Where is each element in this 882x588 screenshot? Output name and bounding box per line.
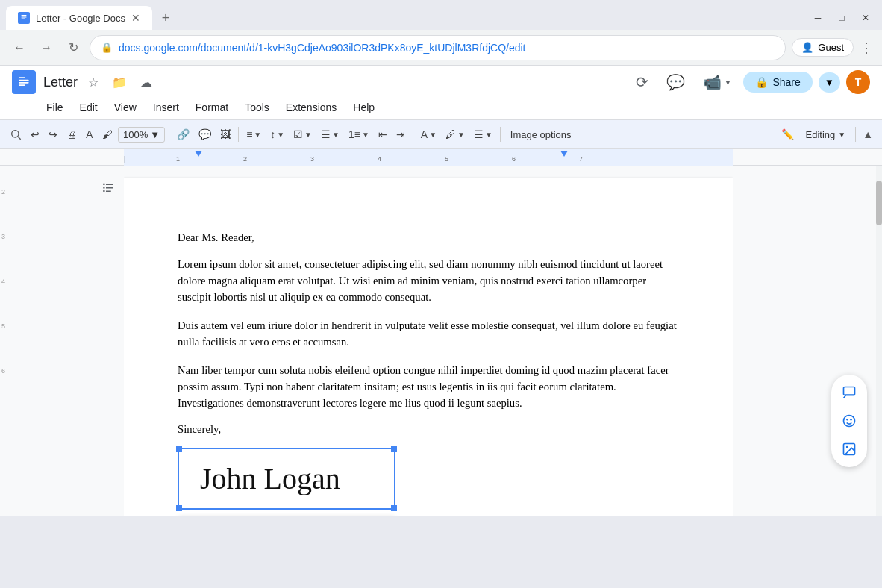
formatting-toolbar: ↩ ↪ 🖨 A̲ 🖌 100% ▼ 🔗 💬 🖼 ≡ ▼ ↕ ▼ ☑ ▼ ☰ ▼ … [0,119,882,149]
floating-actions-panel [831,375,867,467]
svg-rect-26 [103,190,104,192]
cloud-button[interactable]: ☁ [137,74,155,91]
undo-button[interactable]: ↩ [27,126,43,143]
zoom-value: 100% [123,129,148,140]
svg-text:7: 7 [579,155,583,163]
ruler-main: | 1 2 3 4 5 6 7 [124,149,733,165]
floating-comment-icon [842,385,857,400]
page-style-button[interactable]: ☰ ▼ [470,126,496,143]
paragraph-2[interactable]: Duis autem vel eum iriure dolor in hendr… [178,317,679,350]
new-tab-button[interactable]: + [155,7,176,28]
decrease-indent-button[interactable]: ⇤ [375,126,391,143]
zoom-control[interactable]: 100% ▼ [118,127,165,143]
avatar[interactable]: T [846,70,870,94]
back-button[interactable]: ← [9,37,30,58]
svg-point-55 [846,446,848,448]
checklist-button[interactable]: ☑ ▼ [290,126,316,143]
comment-button[interactable]: 💬 [660,70,691,94]
highlight-button[interactable]: 🖊 ▼ [442,126,469,143]
sidebar-outline [7,166,124,516]
active-tab[interactable]: Letter - Google Docs ✕ [6,6,152,30]
align-button[interactable]: ≡ ▼ [243,126,265,143]
signature-container[interactable]: John Logan Edit [178,448,395,516]
menu-view[interactable]: View [107,98,144,116]
tab-bar: Letter - Google Docs ✕ + ─ □ ✕ [0,0,882,30]
menu-file[interactable]: File [39,98,71,116]
image-button[interactable]: 🖼 [216,126,234,143]
list-button[interactable]: ☰ ▼ [317,126,343,143]
numbered-list-button[interactable]: 1≡ ▼ [345,126,373,143]
minimize-button[interactable]: ─ [807,7,828,28]
svg-rect-8 [19,84,25,86]
profile-button[interactable]: 👤 Guest [792,38,854,57]
redo-button[interactable]: ↪ [45,126,61,143]
document-title[interactable]: Letter [43,75,78,90]
share-caret-button[interactable]: ▼ [819,72,840,93]
line-spacing-button[interactable]: ↕ ▼ [266,126,288,143]
paragraph-1[interactable]: Lorem ipsum dolor sit amet, consectetuer… [178,256,679,305]
resize-handle-tr[interactable] [391,446,397,452]
svg-rect-6 [19,80,28,81]
increase-indent-button[interactable]: ⇥ [392,126,409,143]
resize-handle-tl[interactable] [176,446,182,452]
history-button[interactable]: ⟳ [630,70,654,94]
menu-format[interactable]: Format [188,98,236,116]
svg-rect-25 [106,187,113,189]
svg-rect-24 [103,187,104,188]
share-lock-icon: 🔒 [755,76,768,88]
profile-icon: 👤 [801,42,813,53]
svg-rect-7 [19,82,28,84]
outline-toggle[interactable] [98,178,118,200]
close-button[interactable]: ✕ [855,7,876,28]
menu-help[interactable]: Help [345,98,382,116]
resize-handle-bl[interactable] [176,505,182,511]
move-button[interactable]: 📁 [109,74,130,91]
svg-point-53 [850,419,852,421]
image-options-label: Image options [510,129,572,140]
menu-tools[interactable]: Tools [237,98,277,116]
spell-check-button[interactable]: A̲ [82,126,97,143]
floating-image-button[interactable] [836,436,863,463]
main-area: 23456 Dear Ms. Reader, Lorem ipsum dolor… [0,166,882,516]
address-bar[interactable]: 🔒 docs.google.com/document/d/1-kvH3gCdje… [90,35,786,60]
editing-dropdown-icon: ▼ [838,131,845,139]
floating-comment-button[interactable] [836,379,863,406]
paragraph-3[interactable]: Nam liber tempor cum soluta nobis eleife… [178,362,679,411]
print-button[interactable]: 🖨 [63,126,81,143]
browser-nav-row: ← → ↻ 🔒 docs.google.com/document/d/1-kvH… [0,30,882,66]
comment-icon: 💬 [666,73,685,91]
refresh-button[interactable]: ↻ [63,37,84,58]
svg-text:6: 6 [512,155,516,163]
signature-image[interactable]: John Logan [178,448,395,510]
paint-format-button[interactable]: 🖌 [98,126,116,143]
forward-button[interactable]: → [36,37,57,58]
star-button[interactable]: ☆ [85,74,101,91]
link-button[interactable]: 🔗 [173,126,193,143]
comment-button[interactable]: 💬 [195,126,215,143]
ruler-right-side [733,149,882,165]
tab-close-button[interactable]: ✕ [131,12,140,24]
pencil-icon: ✏️ [778,126,798,143]
image-toolbar: Edit [178,516,395,516]
resize-handle-br[interactable] [391,505,397,511]
search-button[interactable] [6,126,25,143]
collapse-toolbar-button[interactable]: ▲ [860,127,876,142]
text-color-button[interactable]: A ▼ [417,126,440,143]
maximize-button[interactable]: □ [831,7,852,28]
menu-bar: File Edit View Insert Format Tools Exten… [12,97,870,119]
editing-mode-button[interactable]: Editing ▼ [799,127,851,143]
outline-icon [101,181,115,194]
salutation: Dear Ms. Reader, [178,231,679,244]
video-icon: 📹 [703,73,722,91]
menu-edit[interactable]: Edit [72,98,105,116]
menu-extensions[interactable]: Extensions [278,98,344,116]
floating-emoji-button[interactable] [836,407,863,434]
share-button[interactable]: 🔒 Share [743,72,812,93]
video-button[interactable]: 📹 ▼ [697,70,738,94]
document-scroll-area[interactable]: Dear Ms. Reader, Lorem ipsum dolor sit a… [124,166,733,516]
image-options-button[interactable]: Image options [504,127,578,143]
scrollbar-thumb[interactable] [876,181,882,225]
floating-image-icon [842,442,857,457]
menu-insert[interactable]: Insert [146,98,187,116]
browser-menu-button[interactable]: ⋮ [860,40,873,56]
